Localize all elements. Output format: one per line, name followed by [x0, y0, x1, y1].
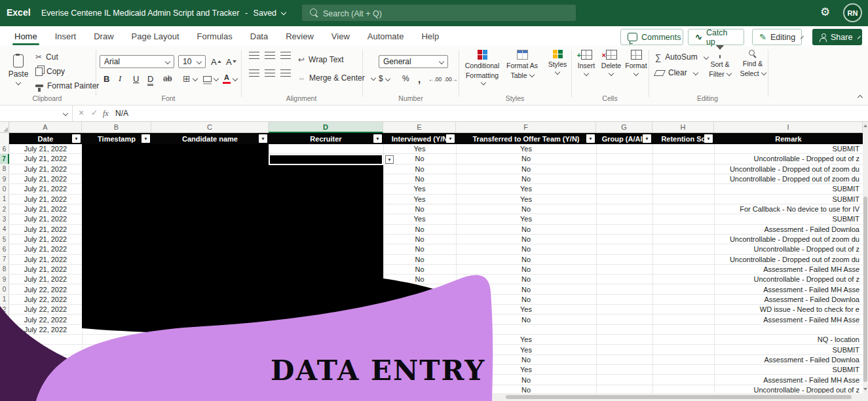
filter-button[interactable] [704, 134, 713, 143]
cell-date[interactable]: July 21, 2022 [9, 204, 82, 214]
cell-remark[interactable]: Assessment - Failed Downloa [714, 355, 863, 364]
table-header-F[interactable]: Transferred to Offer Team (Y/N) [456, 133, 596, 144]
table-header-E[interactable]: Interviewed (Y/N [383, 133, 456, 144]
cell-transferred[interactable]: No [456, 154, 596, 163]
cell-remark[interactable]: SUBMIT [714, 345, 863, 354]
cell-transferred[interactable]: No [456, 244, 596, 254]
search-box[interactable] [301, 4, 576, 22]
cell-remark[interactable]: Assessment - Failed MH Asse [714, 315, 863, 324]
percent-format-button[interactable]: % [402, 72, 409, 85]
scroll-up-arrow[interactable] [863, 124, 867, 127]
italic-button[interactable]: I [119, 72, 121, 85]
column-header-E[interactable]: E [383, 122, 456, 133]
filter-button[interactable] [586, 134, 595, 143]
format-cells-button[interactable]: Format [624, 50, 649, 75]
align-top-icon[interactable] [249, 52, 259, 60]
column-header-D[interactable]: D [269, 122, 383, 133]
table-header-H[interactable]: Retention Sc [652, 133, 714, 144]
tab-automate[interactable]: Automate [368, 31, 404, 41]
cell-date[interactable]: July 21, 2022 [9, 195, 82, 204]
row-header[interactable]: 2 [0, 204, 9, 214]
column-header-C[interactable]: C [151, 122, 269, 133]
cell-remark[interactable]: WD issue - Need to check for e [714, 305, 863, 314]
cell-remark[interactable]: SUBMIT [714, 184, 863, 193]
column-header-A[interactable]: A [9, 122, 82, 133]
cell-styles-button[interactable]: Styles [542, 50, 573, 74]
fill-color-button[interactable] [203, 72, 218, 85]
comments-button[interactable]: Comments [620, 29, 683, 45]
cell-remark[interactable]: Uncontrollable - Dropped out of z [714, 154, 863, 163]
cell-transferred[interactable]: Yes [456, 195, 596, 204]
cell-remark[interactable]: Assessment - Failed MH Asse [714, 265, 863, 274]
table-header-D[interactable]: Recruiter [269, 133, 383, 144]
conditional-formatting-button[interactable]: Conditional Formatting [462, 50, 502, 87]
cell-transferred[interactable]: Yes [456, 184, 596, 193]
cell-transferred[interactable]: No [456, 174, 596, 183]
insert-cells-button[interactable]: + Insert [575, 50, 597, 75]
cell-transferred[interactable]: Yes [456, 144, 596, 153]
row-header[interactable]: 3 [0, 214, 9, 223]
autosum-button[interactable]: AutoSum [655, 51, 708, 63]
column-header-H[interactable]: H [652, 122, 714, 133]
tab-insert[interactable]: Insert [55, 31, 77, 41]
cell-transferred[interactable]: No [456, 204, 596, 214]
cell-remark[interactable]: Assessment - Failed Downloa [714, 295, 863, 304]
table-header-C[interactable]: Candidate name [151, 133, 269, 144]
cell-remark[interactable]: SUBMIT [714, 144, 863, 153]
active-cell-selection[interactable] [269, 154, 383, 165]
cell-date[interactable]: July 21, 2022 [9, 225, 82, 234]
font-name-select[interactable]: Arial [100, 55, 174, 68]
row-header[interactable]: 9 [0, 174, 9, 183]
filter-button[interactable] [72, 134, 81, 143]
borders-button[interactable] [183, 72, 197, 85]
cell-remark[interactable]: NQ - location [714, 335, 863, 344]
filter-button[interactable] [643, 134, 651, 143]
insert-function-icon[interactable]: fx [103, 109, 109, 119]
merge-center-button[interactable]: Merge & Center [298, 72, 375, 84]
shrink-font-button[interactable] [226, 56, 236, 67]
column-header-G[interactable]: G [596, 122, 652, 133]
cut-button[interactable]: Cut [35, 51, 58, 63]
decrease-decimal-button[interactable] [444, 72, 457, 85]
cell-remark[interactable]: Uncontrollable - Dropped out of z [714, 275, 863, 284]
cell-date[interactable]: July 21, 2022 [9, 164, 82, 174]
horizontal-scrollbar-thumb[interactable] [506, 395, 852, 399]
align-right-icon[interactable] [280, 69, 291, 77]
cell-date[interactable]: July 21, 2022 [9, 144, 82, 153]
table-header-G[interactable]: Group (A/AI? [596, 133, 652, 144]
settings-gear-icon[interactable] [820, 5, 830, 19]
number-format-select[interactable]: General [379, 55, 448, 68]
share-button[interactable]: Share [812, 29, 862, 45]
column-header-B[interactable]: B [82, 122, 151, 133]
row-header[interactable]: 7 [0, 154, 9, 163]
table-header-B[interactable]: Timestamp [82, 133, 151, 144]
cell-remark[interactable]: Uncontrollable - Dropped out of zoom du [714, 174, 863, 183]
tab-view[interactable]: View [331, 31, 350, 41]
cell-remark[interactable]: Uncontrollable - Dropped out of zoom du [714, 255, 863, 264]
search-input[interactable] [322, 7, 570, 20]
row-header[interactable]: 0 [0, 184, 9, 193]
column-header-F[interactable]: F [456, 122, 596, 133]
format-as-table-button[interactable]: Format As Table [503, 50, 541, 79]
formula-bar-value[interactable]: N/A [115, 109, 128, 118]
grow-font-button[interactable] [211, 56, 221, 67]
cell-date[interactable]: July 21, 2022 [9, 174, 82, 183]
copy-button[interactable]: Copy [35, 66, 65, 77]
bold-button[interactable]: B [104, 72, 109, 85]
cell-date[interactable]: July 21, 2022 [9, 244, 82, 254]
align-left-icon[interactable] [249, 69, 259, 77]
catch-up-button[interactable]: Catch up [688, 29, 744, 45]
cell-remark[interactable]: Uncontrollable - Dropped out of zoom du [714, 164, 863, 174]
cell-date[interactable]: July 21, 2022 [9, 235, 82, 244]
scroll-down-arrow[interactable] [863, 388, 867, 391]
row-header[interactable]: 8 [0, 164, 9, 174]
align-center-icon[interactable] [265, 69, 275, 77]
paste-button[interactable]: Paste [5, 48, 31, 90]
cell-remark[interactable]: Uncontrollable - Dropped out of z [714, 244, 863, 254]
tab-data[interactable]: Data [250, 31, 268, 41]
sort-filter-button[interactable]: Sort & Filter [705, 50, 735, 78]
cell-date[interactable]: July 21, 2022 [9, 154, 82, 163]
tab-home[interactable]: Home [14, 31, 37, 41]
vertical-scrollbar-thumb[interactable] [863, 197, 867, 382]
wrap-text-button[interactable]: Wrap Text [298, 54, 344, 66]
